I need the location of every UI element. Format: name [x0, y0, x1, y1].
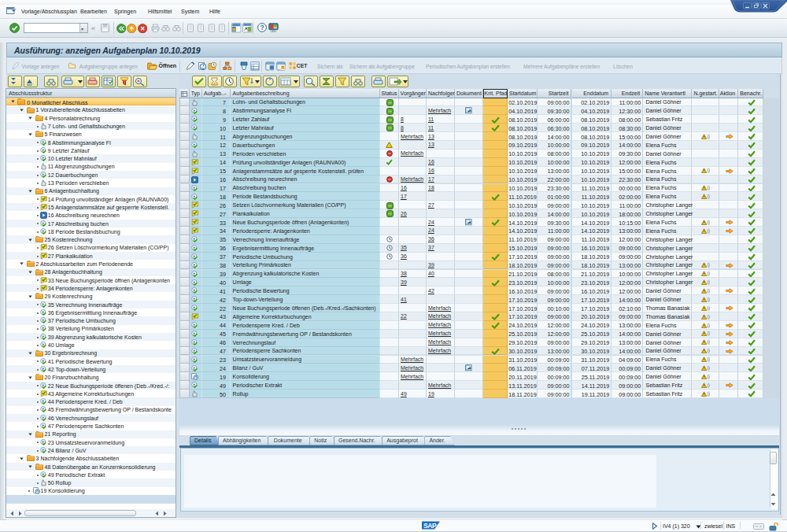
svg-text:SAP: SAP — [423, 522, 437, 530]
svg-text:?: ? — [260, 24, 264, 31]
